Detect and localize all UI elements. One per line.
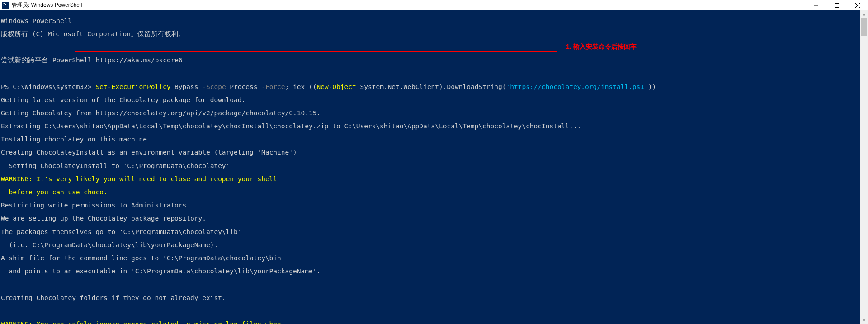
- cmd-token: ; iex ((: [285, 83, 317, 90]
- output-line: (i.e. C:\ProgramData\chocolatey\lib\your…: [1, 242, 868, 249]
- output-line: Restricting write permissions to Adminis…: [1, 202, 868, 209]
- chevron-down-icon: ▾: [863, 318, 865, 323]
- terminal-area[interactable]: Windows PowerShell 版权所有 (C) Microsoft Co…: [0, 10, 868, 324]
- svg-rect-1: [835, 3, 839, 7]
- output-line: We are setting up the Chocolatey package…: [1, 215, 868, 222]
- output-line: A shim file for the command line goes to…: [1, 255, 868, 262]
- output-line: Creating Chocolatey folders if they do n…: [1, 295, 868, 301]
- scroll-thumb[interactable]: [861, 18, 867, 36]
- minimize-button[interactable]: [806, 0, 826, 10]
- cmd-token: -Force: [261, 83, 285, 90]
- cmd-token: )): [648, 83, 656, 90]
- cmd-token: System.Net.WebClient).DownloadString(: [356, 83, 506, 90]
- command-line: PS C:\Windows\system32> Set-ExecutionPol…: [1, 84, 868, 90]
- cmd-token: New-Object: [316, 83, 356, 90]
- banner-line: 版权所有 (C) Microsoft Corporation。保留所有权利。: [1, 31, 868, 38]
- cmd-token: Bypass: [170, 83, 202, 90]
- minimize-icon: [814, 3, 818, 8]
- output-line: Installing chocolatey on this machine: [1, 136, 868, 143]
- chevron-up-icon: ▴: [863, 12, 865, 17]
- blank-line: [1, 70, 868, 77]
- banner-line: 尝试新的跨平台 PowerShell https://aka.ms/pscore…: [1, 57, 868, 64]
- banner-line: Windows PowerShell: [1, 18, 868, 24]
- blank-line: [1, 281, 868, 288]
- svg-line-2: [855, 3, 860, 8]
- warning-line: WARNING: You can safely ignore errors re…: [1, 321, 868, 324]
- cmd-token: Process: [226, 83, 262, 90]
- output-line: Getting latest version of the Chocolatey…: [1, 97, 868, 103]
- cmd-token: -Scope: [202, 83, 226, 90]
- close-button[interactable]: [847, 0, 868, 10]
- powershell-icon: [2, 2, 9, 9]
- output-line: Setting ChocolateyInstall to 'C:\Program…: [1, 163, 868, 169]
- scroll-down-button[interactable]: ▾: [860, 316, 868, 324]
- blank-line: [1, 44, 868, 51]
- close-icon: [855, 3, 860, 8]
- svg-line-3: [855, 3, 860, 8]
- window-titlebar: 管理员: Windows PowerShell: [0, 0, 868, 10]
- maximize-icon: [835, 3, 839, 8]
- vertical-scrollbar[interactable]: ▴ ▾: [860, 10, 868, 324]
- blank-line: [1, 308, 868, 315]
- window-title: 管理员: Windows PowerShell: [12, 1, 82, 9]
- scroll-up-button[interactable]: ▴: [860, 10, 868, 18]
- output-line: The packages themselves go to 'C:\Progra…: [1, 229, 868, 235]
- prompt: PS C:\Windows\system32>: [1, 83, 96, 90]
- maximize-button[interactable]: [826, 0, 847, 10]
- warning-line: before you can use choco.: [1, 189, 868, 196]
- output-line: Extracting C:\Users\shitao\AppData\Local…: [1, 123, 868, 130]
- output-line: Getting Chocolatey from https://chocolat…: [1, 110, 868, 117]
- cmd-token: Set-ExecutionPolicy: [96, 83, 171, 90]
- output-line: Creating ChocolateyInstall as an environ…: [1, 149, 868, 156]
- warning-line: WARNING: It's very likely you will need …: [1, 176, 868, 183]
- terminal-output: Windows PowerShell 版权所有 (C) Microsoft Co…: [0, 10, 868, 324]
- output-line: and points to an executable in 'C:\Progr…: [1, 268, 868, 275]
- cmd-url: 'https://chocolatey.org/install.ps1': [506, 83, 648, 90]
